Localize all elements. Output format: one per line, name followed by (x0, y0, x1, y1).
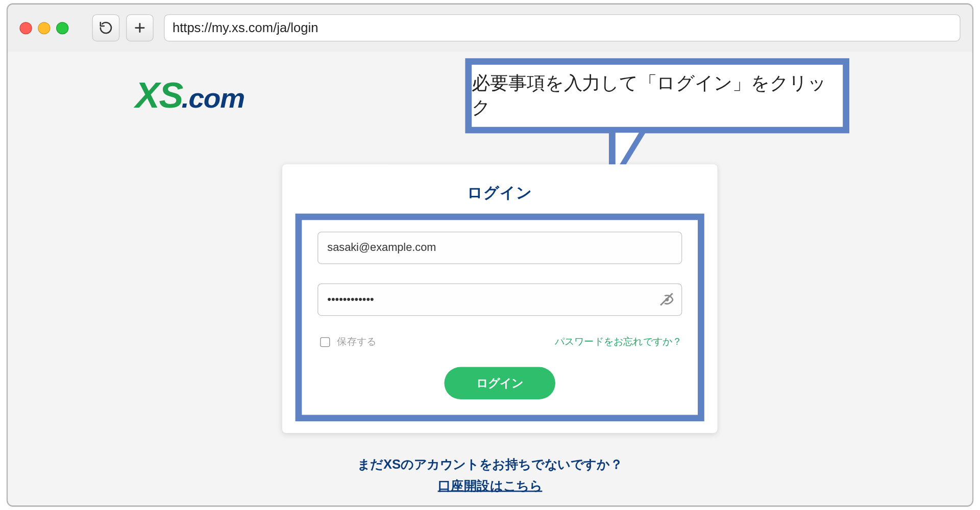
address-bar-text: https://my.xs.com/ja/login (173, 20, 318, 35)
remember-label: 保存する (337, 336, 376, 348)
register-question: まだXSのアカウントをお持ちでないですか？ (8, 455, 972, 473)
zoom-window-icon[interactable] (56, 22, 68, 34)
instruction-callout: 必要事項を入力して「ログイン」をクリック (465, 58, 849, 133)
site-logo: XS .com (135, 74, 244, 116)
logo-xs: XS (135, 74, 183, 116)
new-tab-button[interactable] (126, 14, 154, 41)
minimize-window-icon[interactable] (38, 22, 50, 34)
submit-wrap: ログイン (317, 367, 682, 399)
remember-me[interactable]: 保存する (317, 335, 376, 349)
browser-titlebar: https://my.xs.com/ja/login (8, 5, 972, 52)
login-card: ログイン (282, 164, 717, 433)
login-button[interactable]: ログイン (444, 367, 555, 399)
eye-off-icon (658, 291, 675, 308)
browser-window: https://my.xs.com/ja/login XS .com 必要事項を… (7, 3, 973, 506)
register-link[interactable]: 口座開設はこちら (8, 477, 972, 494)
reload-icon (99, 21, 113, 35)
plus-icon (133, 21, 147, 35)
login-title: ログイン (296, 183, 704, 203)
address-bar[interactable]: https://my.xs.com/ja/login (164, 14, 960, 41)
forgot-password-link[interactable]: パスワードをお忘れですか？ (555, 336, 682, 348)
reload-button[interactable] (92, 14, 119, 41)
close-window-icon[interactable] (19, 22, 32, 34)
login-options-row: 保存する パスワードをお忘れですか？ (317, 335, 682, 349)
email-field-wrap (317, 232, 682, 264)
password-field-wrap (317, 284, 682, 316)
remember-checkbox[interactable] (320, 337, 330, 347)
password-field[interactable] (317, 284, 682, 316)
instruction-text: 必要事項を入力して「ログイン」をクリック (472, 71, 843, 120)
email-field[interactable] (317, 232, 682, 264)
window-controls (19, 22, 68, 34)
page-viewport: XS .com 必要事項を入力して「ログイン」をクリック ログイン (8, 51, 972, 505)
toggle-password-visibility[interactable] (658, 291, 675, 308)
register-prompt: まだXSのアカウントをお持ちでないですか？ 口座開設はこちら (8, 455, 972, 494)
login-form-highlight: 保存する パスワードをお忘れですか？ ログイン (296, 214, 704, 421)
logo-dotcom: .com (181, 82, 244, 114)
